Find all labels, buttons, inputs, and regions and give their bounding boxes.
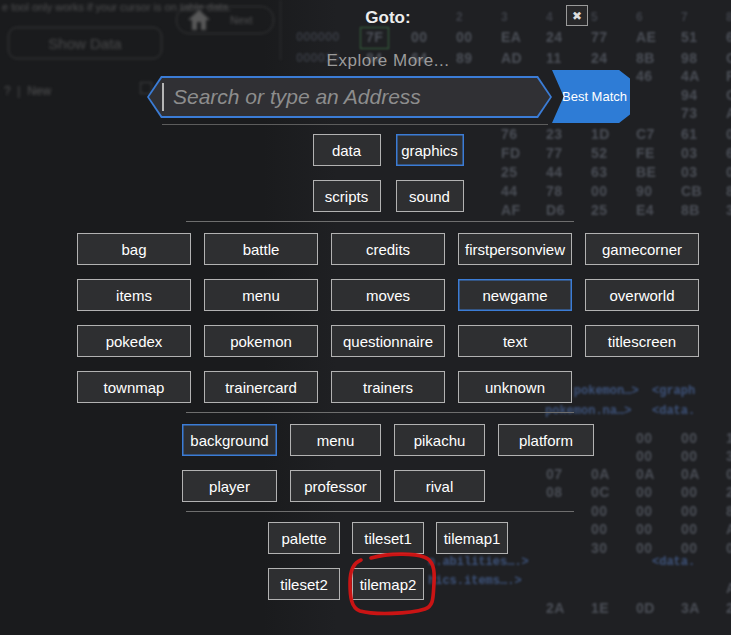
goto-option-background[interactable]: background [182,424,277,456]
goto-option-questionnaire[interactable]: questionnaire [331,325,445,357]
goto-option-rival[interactable]: rival [394,470,485,502]
goto-option-player[interactable]: player [182,470,277,502]
goto-option-newgame[interactable]: newgame [458,279,572,311]
search-box-border [147,76,552,118]
separator [186,511,574,512]
goto-option-professor[interactable]: professor [290,470,381,502]
goto-option-sound[interactable]: sound [396,180,464,212]
separator [186,412,574,413]
folder-grid-root: data graphics scripts sound [45,134,731,212]
goto-option-unknown[interactable]: unknown [458,371,572,403]
folder-grid-graphics: bag battle credits firstpersonview gamec… [45,233,731,403]
goto-option-tileset1[interactable]: tileset1 [352,522,424,554]
goto-option-pokemon[interactable]: pokemon [204,325,318,357]
goto-option-bag[interactable]: bag [77,233,191,265]
separator [162,124,548,125]
goto-option-menu2[interactable]: menu [290,424,381,456]
close-button[interactable]: ✖ [566,5,588,26]
goto-option-credits[interactable]: credits [331,233,445,265]
explore-more-label: Explore More... [45,51,731,71]
search-box [149,78,550,116]
goto-option-trainers[interactable]: trainers [331,371,445,403]
goto-option-firstpersonview[interactable]: firstpersonview [458,233,572,265]
goto-option-tilemap2[interactable]: tilemap2 [352,568,424,600]
best-match-button[interactable]: Best Match [552,70,630,123]
goto-option-overworld[interactable]: overworld [585,279,699,311]
goto-dialog: Goto: ✖ Explore More... Best Match data … [45,0,731,635]
goto-option-scripts[interactable]: scripts [313,180,381,212]
goto-option-pokedex[interactable]: pokedex [77,325,191,357]
separator [186,221,574,222]
goto-option-tileset2[interactable]: tileset2 [268,568,340,600]
folder-grid-background: palette tileset1 tilemap1 tileset2 tilem… [45,522,731,600]
text-caret [162,83,164,111]
dialog-title: Goto: [45,8,731,28]
goto-search-input[interactable] [171,84,525,110]
goto-option-townmap[interactable]: townmap [77,371,191,403]
goto-option-gamecorner[interactable]: gamecorner [585,233,699,265]
goto-option-platform[interactable]: platform [498,424,594,456]
goto-option-text[interactable]: text [458,325,572,357]
goto-option-data[interactable]: data [313,134,381,166]
goto-option-items[interactable]: items [77,279,191,311]
goto-option-moves[interactable]: moves [331,279,445,311]
folder-grid-newgame: background menu pikachu platform player … [45,424,731,502]
goto-option-pikachu[interactable]: pikachu [394,424,485,456]
best-match-label: Best Match [555,89,627,104]
goto-search-bar: Best Match [147,70,630,123]
goto-option-titlescreen[interactable]: titlescreen [585,325,699,357]
goto-option-menu[interactable]: menu [204,279,318,311]
close-icon: ✖ [572,9,582,23]
goto-option-battle[interactable]: battle [204,233,318,265]
goto-option-trainercard[interactable]: trainercard [204,371,318,403]
hex-maniac-window: e tool only works if your cursor is on t… [0,0,731,635]
goto-option-graphics[interactable]: graphics [396,134,464,166]
goto-option-palette[interactable]: palette [268,522,340,554]
goto-option-tilemap1[interactable]: tilemap1 [436,522,508,554]
